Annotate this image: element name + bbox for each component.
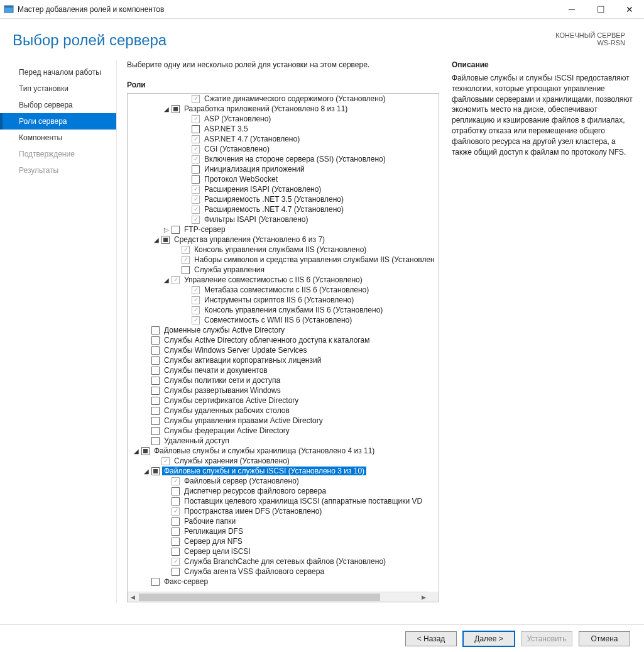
tree-row[interactable]: Файловый сервер (Установлено) <box>128 476 439 486</box>
collapse-icon[interactable]: ◢ <box>153 236 160 243</box>
scroll-left-button[interactable]: ◀ <box>128 592 138 602</box>
collapse-icon[interactable]: ◢ <box>163 276 170 284</box>
checkbox[interactable] <box>172 548 180 556</box>
checkbox[interactable] <box>192 95 200 103</box>
tree-row[interactable]: Факс-сервер <box>128 577 439 587</box>
tree-row[interactable]: Сервер для NFS <box>128 536 439 546</box>
checkbox[interactable] <box>151 427 160 435</box>
checkbox[interactable] <box>172 568 180 576</box>
tree-row[interactable]: ASP.NET 4.7 (Установлено) <box>128 134 439 144</box>
tree-row[interactable]: Консоль управления службами IIS 6 (Устан… <box>128 305 439 315</box>
expand-icon[interactable]: ▷ <box>163 226 170 233</box>
tree-row[interactable]: Удаленный доступ <box>128 436 439 446</box>
checkbox[interactable] <box>192 145 200 153</box>
wizard-step[interactable]: Тип установки <box>0 80 116 97</box>
tree-row[interactable]: Службы Active Directory облегченного дос… <box>128 335 439 345</box>
checkbox[interactable] <box>151 356 160 365</box>
checkbox[interactable] <box>151 336 160 345</box>
checkbox[interactable] <box>172 517 180 526</box>
tree-row[interactable]: ◢Разработка приложений (Установлено 8 из… <box>128 104 439 114</box>
tree-row[interactable]: Службы печати и документов <box>128 365 439 375</box>
checkbox[interactable] <box>192 125 200 133</box>
checkbox[interactable] <box>192 206 200 214</box>
tree-row[interactable]: ◢Файловые службы и службы iSCSI (Установ… <box>128 466 439 476</box>
checkbox[interactable] <box>182 266 190 274</box>
tree-row[interactable]: Сервер цели iSCSI <box>128 546 439 556</box>
tree-row[interactable]: ASP (Установлено) <box>128 114 439 124</box>
tree-row[interactable]: Расширяемость .NET 4.7 (Установлено) <box>128 204 439 214</box>
tree-row[interactable]: Пространства имен DFS (Установлено) <box>128 506 439 516</box>
collapse-icon[interactable]: ◢ <box>143 467 150 475</box>
tree-row[interactable]: ▷FTP-сервер <box>128 224 439 235</box>
scroll-thumb[interactable] <box>139 594 380 601</box>
checkbox[interactable] <box>172 507 180 516</box>
wizard-step[interactable]: Роли сервера <box>0 113 116 130</box>
tree-row[interactable]: Инструменты скриптов IIS 6 (Установлено) <box>128 295 439 305</box>
tree-row[interactable]: ◢Средства управления (Установлено 6 из 7… <box>128 235 439 245</box>
tree-row[interactable]: Сжатие динамического содержимого (Устано… <box>128 94 439 104</box>
checkbox[interactable] <box>151 407 160 415</box>
checkbox[interactable] <box>192 155 200 163</box>
close-button[interactable]: ✕ <box>615 0 644 19</box>
tree-row[interactable]: ASP.NET 3.5 <box>128 124 439 134</box>
collapse-icon[interactable]: ◢ <box>133 447 140 455</box>
checkbox[interactable] <box>192 306 200 314</box>
checkbox[interactable] <box>172 105 180 113</box>
checkbox[interactable] <box>182 246 190 254</box>
checkbox[interactable] <box>141 447 150 455</box>
roles-tree-viewport[interactable]: Сжатие динамического содержимого (Устано… <box>128 94 439 592</box>
tree-row[interactable]: Службы Windows Server Update Services <box>128 345 439 355</box>
tree-row[interactable]: ◢Управление совместимостью с IIS 6 (Уста… <box>128 275 439 285</box>
checkbox[interactable] <box>192 316 200 324</box>
scroll-right-button[interactable]: ▶ <box>418 592 428 602</box>
checkbox[interactable] <box>151 367 160 375</box>
checkbox[interactable] <box>151 346 160 355</box>
checkbox[interactable] <box>172 558 180 566</box>
collapse-icon[interactable]: ◢ <box>163 105 170 113</box>
checkbox[interactable] <box>192 196 200 204</box>
checkbox[interactable] <box>192 115 200 123</box>
wizard-step[interactable]: Компоненты <box>0 130 116 146</box>
checkbox[interactable] <box>172 497 180 506</box>
checkbox[interactable] <box>161 457 170 465</box>
checkbox[interactable] <box>151 397 160 405</box>
next-button[interactable]: Далее > <box>463 631 515 646</box>
tree-row[interactable]: Протокол WebSocket <box>128 174 439 184</box>
cancel-button[interactable]: Отмена <box>579 631 630 646</box>
checkbox[interactable] <box>192 216 200 224</box>
tree-row[interactable]: Доменные службы Active Directory <box>128 325 439 335</box>
tree-row[interactable]: Консоль управления службами IIS (Установ… <box>128 245 439 255</box>
tree-row[interactable]: Поставщик целевого хранилища iSCSI (аппа… <box>128 496 439 506</box>
checkbox[interactable] <box>172 538 180 546</box>
tree-row[interactable]: Совместимость с WMI IIS 6 (Установлено) <box>128 315 439 325</box>
checkbox[interactable] <box>192 175 200 184</box>
checkbox[interactable] <box>151 387 160 395</box>
tree-row[interactable]: Расширения ISAPI (Установлено) <box>128 184 439 194</box>
tree-row[interactable]: Службы федерации Active Directory <box>128 426 439 436</box>
tree-row[interactable]: Службы сертификатов Active Directory <box>128 395 439 406</box>
back-button[interactable]: < Назад <box>405 631 457 646</box>
wizard-step[interactable]: Перед началом работы <box>0 64 116 80</box>
tree-row[interactable]: Фильтры ISAPI (Установлено) <box>128 214 439 224</box>
tree-row[interactable]: Диспетчер ресурсов файлового сервера <box>128 486 439 496</box>
tree-row[interactable]: Репликация DFS <box>128 526 439 536</box>
checkbox[interactable] <box>192 165 200 174</box>
tree-row[interactable]: Включения на стороне сервера (SSI) (Уста… <box>128 154 439 164</box>
tree-row[interactable]: Инициализация приложений <box>128 164 439 174</box>
wizard-step[interactable]: Выбор сервера <box>0 97 116 113</box>
tree-row[interactable]: Служба управления <box>128 265 439 275</box>
maximize-button[interactable]: ☐ <box>586 0 615 19</box>
checkbox[interactable] <box>151 377 160 385</box>
checkbox[interactable] <box>151 326 160 334</box>
checkbox[interactable] <box>172 226 180 234</box>
checkbox[interactable] <box>192 135 200 143</box>
checkbox[interactable] <box>172 276 180 284</box>
checkbox[interactable] <box>172 487 180 495</box>
tree-row[interactable]: CGI (Установлено) <box>128 144 439 154</box>
checkbox[interactable] <box>151 467 160 475</box>
checkbox[interactable] <box>192 296 200 304</box>
tree-row[interactable]: Службы хранения (Установлено) <box>128 456 439 466</box>
checkbox[interactable] <box>172 477 180 485</box>
tree-row[interactable]: Наборы символов и средства управления сл… <box>128 255 439 265</box>
checkbox[interactable] <box>151 417 160 425</box>
